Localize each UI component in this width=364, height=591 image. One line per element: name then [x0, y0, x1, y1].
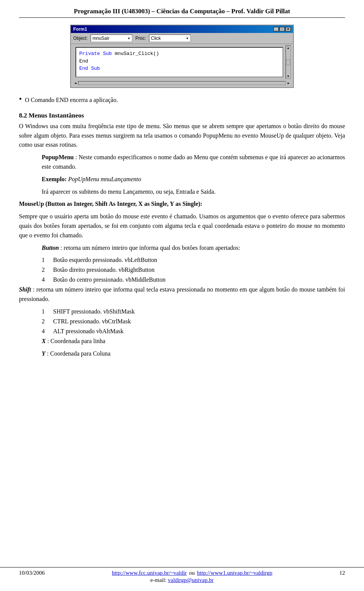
- button-label-row: Button : retorna um número inteiro que i…: [42, 243, 345, 253]
- shift-rest: : retorna um número inteiro que informa …: [19, 286, 345, 302]
- footer-email-prefix: e-mail:: [151, 577, 166, 583]
- scrollbar-vertical[interactable]: ▲ ▼: [286, 45, 291, 79]
- para-popupmenu: PopupMenu : Neste comando especificamos …: [42, 153, 345, 172]
- bullet-dot-1: •: [19, 95, 22, 103]
- vb-ide-screenshot: Form1 _ □ ✕ Object: mnuSair ▼ Proc: Clic…: [70, 25, 294, 88]
- example-value: PopUpMenu mnuLançamento: [68, 176, 141, 182]
- code-line-1: Private Sub mnuSair_Click(): [79, 50, 275, 58]
- shift-num-1: 1: [42, 307, 53, 316]
- scroll-left-arrow[interactable]: ◄: [73, 82, 78, 85]
- footer-email-row: e-mail: valdirgp@univap.br: [19, 577, 345, 583]
- mouseup-desc: Sempre que o usuário aperta um botão do …: [19, 212, 345, 240]
- page-number: 12: [339, 570, 345, 576]
- titlebar-label: Form1: [73, 27, 87, 32]
- bullet-section-1: • O Comando END encerra a aplicação.: [19, 96, 345, 105]
- object-dropdown-arrow: ▼: [127, 37, 130, 40]
- header-title: Programação III (U483003) – Ciências da …: [74, 8, 290, 15]
- mouseup-title-row: MouseUp (Button as Integer, Shift As Int…: [19, 199, 345, 209]
- code-private-sub: Private Sub: [79, 51, 115, 56]
- button-rest: : retorna um número inteiro que informa …: [59, 245, 240, 251]
- button-item-3: 4 Botão do centro pressionado. vbMiddleB…: [42, 275, 345, 284]
- popupmenu-rest: Neste comando especificamos o nome dado …: [42, 154, 345, 170]
- btn-text-3: Botão do centro pressionado. vbMiddleBut…: [53, 275, 345, 284]
- x-rest: : Coordenada para linha: [46, 338, 105, 344]
- page-header: Programação III (U483003) – Ciências da …: [19, 8, 345, 18]
- code-line-2: End: [79, 58, 275, 65]
- btn-num-3: 4: [42, 275, 53, 284]
- footer-link-separator: ou: [189, 570, 195, 576]
- shift-item-1: 1 SHIFT pressionado. vbShiftMask: [42, 307, 345, 316]
- btn-num-1: 1: [42, 256, 53, 265]
- scroll-right-arrow[interactable]: ►: [286, 82, 291, 85]
- button-label: Button: [42, 245, 59, 251]
- code-editor[interactable]: Private Sub mnuSair_Click() End End Sub: [75, 47, 283, 77]
- y-row: Y : Coordenada para Coluna: [42, 349, 345, 359]
- code-sub-name: mnuSair_Click(): [115, 51, 159, 56]
- x-row: X : Coordenada para linha: [42, 337, 345, 346]
- y-label: Y: [42, 350, 46, 357]
- scroll-down-arrow[interactable]: ▼: [287, 75, 290, 78]
- scroll-thumb: [286, 59, 290, 65]
- btn-text-1: Botão esquerdo pressionado. vbLeftButton: [53, 256, 345, 265]
- footer-row-1: 10/03/2006 http://www.fcc.univap.br/~val…: [19, 570, 345, 576]
- popupmenu-label: PopupMenu: [42, 154, 74, 160]
- proc-dropdown-arrow: ▼: [186, 37, 189, 40]
- mouseup-title: MouseUp (Button as Integer, Shift As Int…: [19, 201, 202, 207]
- footer-link-2[interactable]: http://www1.univap.br/~valdirgp: [197, 570, 273, 576]
- minimize-button[interactable]: _: [273, 27, 279, 31]
- object-value: mnuSair: [93, 36, 110, 41]
- shift-text-3: ALT pressionado vbAltMask: [53, 327, 345, 336]
- code-end-sub: End Sub: [79, 66, 100, 71]
- shift-text-2: CTRL pressionado. vbCtrlMask: [53, 317, 345, 326]
- page-container: Programação III (U483003) – Ciências da …: [0, 0, 364, 591]
- code-area-wrapper: Private Sub mnuSair_Click() End End Sub …: [73, 45, 291, 79]
- shift-num-2: 2: [42, 317, 53, 326]
- example-label: Exemplo:: [42, 176, 67, 182]
- footer-date: 10/03/2006: [19, 570, 45, 576]
- shift-label: Shift: [19, 286, 31, 293]
- ide-toolbar: Object: mnuSair ▼ Proc: Click ▼: [71, 33, 293, 44]
- code-end: End: [79, 58, 88, 64]
- footer-email-link[interactable]: valdirgp@univap.br: [168, 577, 214, 583]
- object-label: Object:: [73, 36, 88, 41]
- btn-text-2: Botão direito pressionado. vbRightButton: [53, 265, 345, 274]
- proc-label: Proc:: [135, 36, 146, 41]
- shift-item-2: 2 CTRL pressionado. vbCtrlMask: [42, 317, 345, 326]
- popupmenu-colon: :: [74, 154, 78, 160]
- close-button[interactable]: ✕: [286, 27, 291, 31]
- footer-links: http://www.fcc.univap.br/~valdir ou http…: [112, 570, 272, 576]
- footer-link-1[interactable]: http://www.fcc.univap.br/~valdir: [112, 570, 187, 576]
- shift-label-row: Shift : retorna um número inteiro que in…: [19, 285, 345, 304]
- para-1: O Windows usa com muita freqüência este …: [19, 122, 345, 150]
- code-line-3: End Sub: [79, 65, 275, 72]
- shift-text-1: SHIFT pressionado. vbShiftMask: [53, 307, 345, 316]
- titlebar: Form1 _ □ ✕: [71, 25, 293, 33]
- scrollbar-horizontal[interactable]: ◄ ►: [73, 80, 291, 86]
- x-label: X: [42, 338, 46, 344]
- proc-value: Click: [151, 36, 161, 41]
- object-dropdown[interactable]: mnuSair ▼: [91, 34, 132, 42]
- maximize-button[interactable]: □: [279, 27, 285, 31]
- proc-dropdown[interactable]: Click ▼: [149, 34, 191, 42]
- titlebar-buttons: _ □ ✕: [273, 27, 291, 31]
- shift-item-3: 4 ALT pressionado vbAltMask: [42, 327, 345, 336]
- scroll-up-arrow[interactable]: ▲: [287, 46, 290, 50]
- button-item-2: 2 Botão direito pressionado. vbRightButt…: [42, 265, 345, 274]
- example-row: Exemplo: PopUpMenu mnuLançamento: [42, 175, 345, 184]
- button-item-1: 1 Botão esquerdo pressionado. vbLeftButt…: [42, 256, 345, 265]
- bullet-text-1: O Comando END encerra a aplicação.: [25, 96, 118, 105]
- btn-num-2: 2: [42, 265, 53, 274]
- scroll-track-h: [78, 81, 286, 85]
- shift-num-3: 4: [42, 327, 53, 336]
- page-footer: 10/03/2006 http://www.fcc.univap.br/~val…: [0, 567, 364, 583]
- example-desc: Irá aparecer os subitens do menu Lançame…: [42, 187, 345, 197]
- section-82-title: 8.2 Menus Instantâneos: [19, 112, 345, 119]
- y-rest: : Coordenada para Coluna: [46, 350, 111, 357]
